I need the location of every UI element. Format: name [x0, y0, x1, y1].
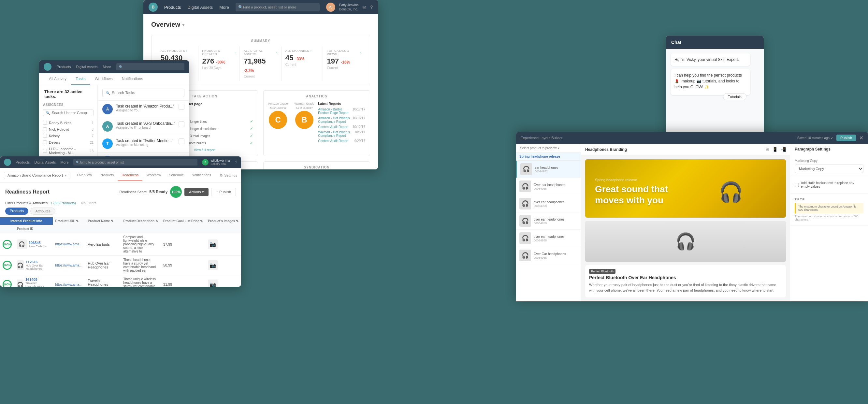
rn-digital[interactable]: Digital Assets	[34, 160, 56, 164]
tasks-tabs: All Activity Tasks Workflows Notificatio…	[39, 73, 189, 85]
amazon-grade-label: Amazon Grade	[268, 102, 288, 105]
tablet-icon[interactable]: 📱	[772, 147, 778, 152]
th-empty	[0, 225, 14, 233]
mail-icon[interactable]: ✉	[362, 5, 366, 10]
tab-tasks[interactable]: Tasks	[71, 73, 90, 85]
th-url-empty	[53, 225, 85, 233]
experience-builder-panel: Experience Layout Builder Saved 10 minut…	[516, 132, 868, 301]
nav-user-info: Patty Jenkins BoneCo, Inc.	[339, 3, 359, 11]
nav-search[interactable]: 🔍 Find a product, asset, list or more	[236, 3, 320, 11]
syndication-label: SYNDICATION	[268, 165, 365, 169]
task-checkbox[interactable]	[179, 104, 184, 110]
assignee-row: Devers21	[43, 139, 94, 146]
th-price-empty	[161, 225, 205, 233]
help-icon[interactable]: ?	[370, 5, 373, 10]
tab-workflows[interactable]: Workflows	[90, 73, 117, 85]
rn-help-icon[interactable]: ?	[235, 160, 237, 164]
chevron-down-icon[interactable]: ▾	[182, 22, 184, 27]
tab-products[interactable]: Products	[5, 208, 28, 215]
report-dropdown[interactable]: Amazon Brand Compliance Report ▾	[4, 172, 70, 179]
user-name: Patty Jenkins	[339, 3, 359, 7]
th-internal-product: Internal Product Info	[0, 217, 53, 225]
amazon-grade: Amazon Grade As of 10/30/17 C	[268, 102, 288, 130]
settings-select[interactable]: Marketing Copy	[795, 164, 863, 173]
nav-item-products[interactable]: Products	[164, 5, 181, 10]
elb-product-item[interactable]: 🎧 over ear headphones 00034958	[516, 195, 581, 212]
task-checkbox[interactable]	[179, 121, 184, 127]
overview-title: Overview ▾	[151, 21, 370, 28]
summary-item: ALL DIGITAL ASSETS › 71,985 -2.2% Curren…	[240, 46, 281, 81]
elb-body: Select product to preview ▾ Spring headp…	[516, 144, 868, 301]
desktop-icon[interactable]: 🖥	[765, 147, 770, 152]
elb-product-item[interactable]: 🎧 Over ear headphones 00034958	[516, 178, 581, 195]
readiness-table: Internal Product Info Product URL ✎ Prod…	[0, 217, 241, 287]
readiness-nav-logo	[4, 159, 11, 166]
th-product-images[interactable]: Product's Images ✎	[205, 217, 241, 225]
assignee-search[interactable]: 🔍	[43, 109, 94, 116]
publish-label: Publish	[219, 190, 231, 194]
chat-bubble-2: I can help you find the perfect products…	[671, 69, 750, 95]
th-product-desc[interactable]: Product Description ✎	[121, 217, 161, 225]
elb-product-item[interactable]: 🎧 over ear headphones 00034958	[516, 212, 581, 230]
settings-checkbox-row: Add static backup text to replace any em…	[795, 181, 863, 188]
tasks-search-bar: 🔍	[98, 85, 189, 101]
task-item: T Task created in 'Twitter Mentio...' As…	[98, 135, 189, 153]
nav-item-more[interactable]: More	[219, 5, 229, 10]
tab-attributes[interactable]: Attributes	[30, 208, 55, 215]
tasks-nav-digital[interactable]: Digital Assets	[76, 65, 97, 69]
elb-product-item[interactable]: 🎧 over ear headphones 00034958	[516, 230, 581, 247]
elb-canvas-toolbar: Headphones Branding 🖥 📱 📲	[581, 144, 790, 155]
th-product-url[interactable]: Product URL ✎	[53, 217, 85, 225]
elb-publish-button[interactable]: Publish	[836, 134, 856, 141]
readiness-title: Readiness Report	[5, 189, 50, 195]
task-checkbox[interactable]	[179, 138, 184, 144]
canvas-text-title: Perfect Bluetooth Over Ear Headphones	[589, 275, 782, 280]
walmart-grade-label: Walmart Grade	[294, 102, 314, 105]
elb-product-selector[interactable]: Select product to preview ▾	[520, 146, 559, 150]
rn-tab-notifications[interactable]: Notifications	[188, 169, 215, 181]
char-count: The maximum character count on Amazon is…	[795, 215, 863, 221]
th-product-price[interactable]: Product Goal List Price ✎	[161, 217, 205, 225]
rn-tab-readiness[interactable]: Readiness	[118, 169, 143, 181]
th-product-name[interactable]: Product Name ✎	[85, 217, 121, 225]
tasks-nav-logo	[44, 63, 52, 71]
search-icon: 🔍	[106, 91, 110, 95]
score-value: 5/5 Ready	[149, 190, 167, 194]
nav-avatar: PJ	[326, 3, 335, 12]
rn-search[interactable]: 🔍 Jump to a product, asset or list	[73, 159, 198, 165]
rn-more[interactable]: More	[60, 160, 68, 164]
elb-product-item[interactable]: 🎧 Over Gar headphones 00034958	[516, 247, 581, 264]
publish-button[interactable]: ↑ Publish	[211, 188, 236, 196]
search-tasks-field[interactable]	[112, 91, 181, 95]
rn-settings[interactable]: ⚙ Settings	[220, 173, 237, 178]
search-user-input[interactable]	[52, 111, 91, 115]
nav-logo: B	[149, 3, 158, 12]
tutorials-button[interactable]: Tutorials	[723, 93, 746, 100]
rn-tab-schedule[interactable]: Schedule	[165, 169, 188, 181]
tasks-navbar: Products Digital Assets More 🔍	[39, 60, 189, 73]
nav-item-digital-assets[interactable]: Digital Assets	[187, 5, 213, 10]
tasks-nav-products[interactable]: Products	[57, 65, 71, 69]
tab-notifications[interactable]: Notifications	[117, 73, 148, 85]
search-icon: 🔍	[46, 111, 50, 115]
rn-products[interactable]: Products	[16, 160, 30, 164]
actions-button[interactable]: Actions ▾	[184, 188, 209, 196]
rn-tab-overview[interactable]: Overview	[73, 169, 96, 181]
elb-product-item[interactable]: 🎧 ear headphones 00024952	[516, 161, 581, 178]
task-item: A Task created in 'AFS Onboardin...' Ass…	[98, 118, 189, 135]
tasks-nav-more[interactable]: More	[103, 65, 111, 69]
settings-section-label: Marketing Copy	[795, 159, 863, 163]
score-label: Readiness Score	[120, 190, 147, 194]
chat-header: Chat	[666, 36, 764, 49]
elb-saved-label: Saved 10 minutes ago ✓	[797, 136, 833, 140]
report-item: Content Audit Report10/12/17	[318, 125, 365, 129]
tasks-search-input[interactable]: 🔍	[102, 89, 184, 97]
rn-tab-products[interactable]: Products	[96, 169, 118, 181]
selected-product-label: Spring headphone release	[519, 155, 560, 158]
backup-text-checkbox[interactable]	[795, 183, 799, 187]
mobile-icon[interactable]: 📲	[780, 147, 786, 152]
elb-close-icon[interactable]: ✕	[859, 135, 863, 141]
tab-all-activity[interactable]: All Activity	[44, 73, 71, 85]
rn-tab-workflow[interactable]: Workflow	[143, 169, 165, 181]
tasks-nav-search[interactable]: 🔍	[116, 63, 184, 70]
